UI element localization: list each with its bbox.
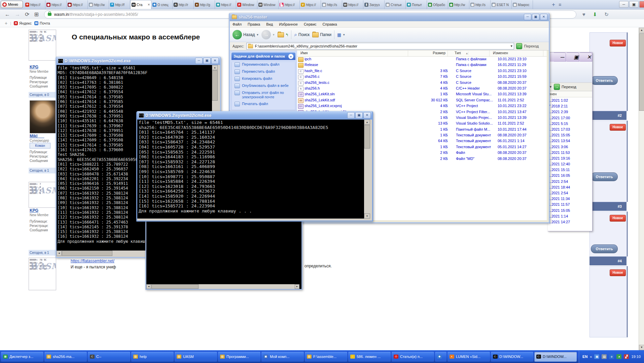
scroll-down-icon[interactable]: ▼ [639, 345, 644, 350]
file-name[interactable]: ipch [305, 57, 311, 61]
taskbar-button[interactable]: O Статья(и) п... [392, 352, 434, 362]
reload-icon[interactable]: ⟳ [25, 11, 29, 18]
file-date-cell[interactable]: 1.2021 1:02 [548, 98, 592, 104]
tray-icon[interactable]: ◕ [616, 354, 621, 359]
browser-tab[interactable]: ● http://g [194, 0, 215, 9]
post-number[interactable]: #2 [589, 111, 627, 120]
browser-tab[interactable]: ✸ Попыт [406, 0, 427, 9]
browser-tab[interactable]: R http://r [173, 0, 194, 9]
browser-tab[interactable]: V https:// [300, 0, 321, 9]
task-link[interactable]: Переименовать файл [235, 62, 293, 67]
downloads-icon[interactable]: ⬇ [593, 11, 597, 18]
task-link[interactable]: Переместить файл [235, 69, 293, 74]
taskbar-button[interactable]: ▨ UASM [175, 352, 217, 362]
maximize-button[interactable]: ▣ [629, 1, 639, 8]
new-tab-button[interactable]: + [552, 1, 555, 8]
tray-icon[interactable]: ▞ [624, 354, 629, 359]
maximize-button[interactable]: ▣ [355, 112, 363, 119]
file-date-cell[interactable]: 1.2021 18:44 [548, 185, 592, 191]
post3-username-link[interactable]: KPG [30, 208, 38, 213]
task-link[interactable]: Печатать файл [235, 102, 293, 106]
speed-dial-icon[interactable]: ⊞ [34, 11, 38, 18]
browser-tab[interactable]: ▤ http://w [88, 0, 109, 9]
reply-button[interactable]: Ответить [591, 172, 618, 181]
minimize-button[interactable]: ─ [347, 112, 355, 119]
cmd2-titlebar[interactable]: C:\ D:\WINDOWS.2\system32\cmd.exe ─▣✕ [137, 111, 372, 120]
browser-tab[interactable]: ✸ О спец [151, 0, 173, 9]
menu-item[interactable]: Избранное [279, 22, 298, 26]
explorer-titlebar[interactable]: sha256-master ─▣✕ [230, 13, 549, 21]
close-button[interactable]: ✕ [580, 53, 592, 62]
browser-tab[interactable]: ▙ https:// [279, 0, 300, 9]
file-row[interactable]: C sha256.c 7 КБ C Source 10.01.2021 15:5… [297, 74, 547, 80]
browser-tab[interactable]: ❝ http://f [109, 0, 130, 9]
post1-username-link[interactable]: KPG [30, 65, 38, 69]
post2-avatar[interactable] [30, 100, 56, 133]
search-button[interactable]: ⌕Поиск [294, 32, 310, 38]
file-row[interactable]: h sha256.h 4 КБ C/C++ Header 08.08.2020 … [297, 86, 547, 92]
column-header-size[interactable]: Размер [408, 51, 448, 56]
column-header-modified[interactable]: Изменен [490, 51, 543, 56]
tray-chevron-icon[interactable]: « [590, 355, 592, 359]
menu-item[interactable]: Правка [248, 22, 260, 26]
file-date-cell[interactable]: 1.2021 15:11 [548, 168, 592, 173]
tray-icon[interactable]: ▣ [594, 354, 599, 359]
file-row[interactable]: Release Папка с файлами 16.01.2021 11:29 [297, 62, 547, 68]
reply-button[interactable]: Ответить [591, 244, 618, 253]
file-name[interactable]: sha256.c [305, 74, 320, 78]
back-icon[interactable]: ← [5, 11, 10, 18]
file-date-cell[interactable]: 1.2021 12:40 [548, 162, 592, 168]
file-date-cell[interactable]: 1.2021 2:39 [548, 110, 592, 116]
bookmark-item[interactable]: ✉ Почта [34, 21, 50, 25]
file-date-cell[interactable]: 1.2021 5:15 [548, 122, 592, 127]
file-date-cell[interactable]: 1.2021 3:06 [548, 145, 592, 151]
minimize-button[interactable]: ─ [524, 14, 531, 20]
browser-menu-button[interactable]: Меню [1, 1, 23, 8]
browser-tab[interactable]: ▤ http://s [469, 0, 491, 9]
taskbar-button[interactable]: ◆ [435, 352, 446, 362]
bookmark-item[interactable]: Я Яндекс [14, 21, 32, 25]
file-name[interactable]: sha256.h [305, 86, 320, 90]
menu-item[interactable]: Вид [266, 22, 273, 26]
file-date-cell[interactable]: 1.2021 16:05 [548, 173, 592, 179]
sync-icon[interactable]: ↻ [604, 11, 609, 18]
task-link[interactable]: Опубликовать файл в вебе [235, 84, 293, 88]
close-button[interactable]: ✕ [363, 112, 371, 119]
task-link[interactable]: Копировать файл [235, 76, 293, 81]
browser-tab[interactable]: W Ста ✕ [130, 0, 151, 9]
go-icon[interactable]: → [554, 84, 560, 90]
forward-button[interactable]: →▼ [261, 30, 275, 39]
taskbar-button[interactable]: C C-- [88, 352, 130, 362]
file-date-cell[interactable]: 1.2021 11:34 [548, 197, 592, 202]
browser-tab[interactable]: ⬇ Загруз [363, 0, 385, 9]
taskbar-button[interactable]: ▨ Программи... [218, 352, 260, 362]
file-date-cell[interactable]: 1.2021 17:00 [548, 116, 592, 122]
task-link[interactable]: Отправить этот файл по электронной почте [235, 91, 293, 99]
menu-item[interactable]: Сервис [304, 22, 317, 26]
file-row[interactable]: C hash_file.c 3 КБ C Source 10.01.2021 2… [297, 68, 547, 74]
close-button[interactable]: ✕ [211, 58, 219, 64]
file-date-cell[interactable]: 1.2021 19:16 [548, 156, 592, 162]
file-date-cell[interactable]: 1.2021 2:54 [548, 191, 592, 197]
browser-tab[interactable]: Я Window [236, 0, 257, 9]
up-folder-button[interactable]: ↰ [278, 32, 288, 37]
maximize-button[interactable]: ▣ [203, 58, 211, 64]
task-panel-header[interactable]: Задачи для файлов и папок▲ [231, 53, 295, 60]
address-field[interactable]: F:\assemblers\uasm246_x86\my_projects\md… [246, 43, 514, 50]
minimize-button[interactable]: ─ [619, 1, 629, 8]
file-date-cell[interactable]: 1.2021 15:05 [548, 208, 592, 214]
folders-button[interactable]: Папки [312, 32, 331, 37]
page-scrollbar[interactable]: ▲ ▼ [639, 28, 644, 350]
views-button[interactable]: ▦▼ [337, 32, 345, 37]
add-bookmark-button[interactable]: + [5, 21, 7, 26]
file-row[interactable]: db sha256_LekKit.sdf 30 612 КБ SQL Serve… [297, 98, 547, 103]
browser-tab[interactable]: ☂ https:// [24, 0, 45, 9]
browser-tab[interactable]: ◍ http://w [448, 0, 469, 9]
file-name[interactable]: sha256_tests.c [305, 80, 329, 85]
scroll-thumb[interactable] [639, 33, 644, 111]
browser-tab[interactable]: ▤ ESET N [491, 0, 512, 9]
file-date-cell[interactable]: 1.2021 17:03 [548, 127, 592, 133]
tray-icon[interactable]: e [609, 354, 614, 359]
collapse-chevron-icon[interactable]: ▲ [288, 54, 293, 59]
file-name[interactable]: sha256_LekKit.sdf [305, 98, 335, 102]
